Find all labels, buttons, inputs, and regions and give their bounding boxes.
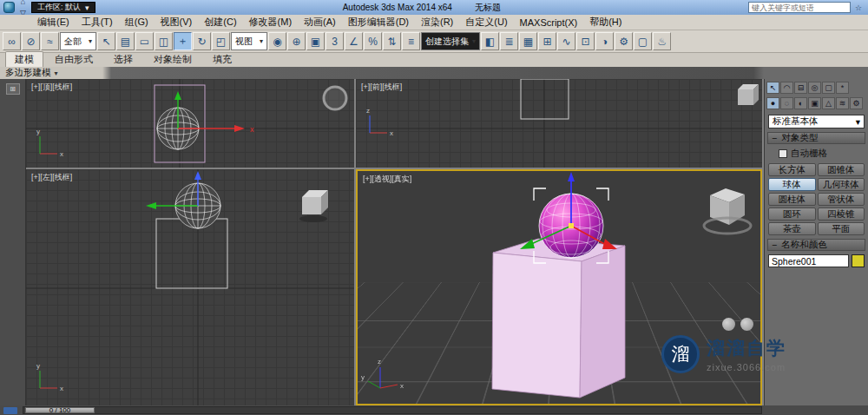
layer-manager-icon[interactable]: ▦ (519, 32, 537, 50)
time-slider-track[interactable]: 0 / 100 (23, 406, 762, 414)
edit-selection-sets-icon[interactable]: ≡ (402, 32, 420, 50)
torus-button[interactable]: 圆环 (768, 208, 816, 221)
schematic-view-icon[interactable]: ⊡ (576, 32, 595, 50)
material-editor-icon[interactable]: ◑ (595, 32, 614, 50)
infocenter-search-input[interactable] (748, 2, 851, 13)
space-warps-category-icon[interactable]: ≋ (836, 97, 849, 109)
menu-item[interactable]: 图形编辑器(D) (342, 15, 415, 30)
render-setup-icon[interactable]: ⚙ (615, 32, 633, 50)
select-by-name-icon[interactable]: ▤ (116, 32, 135, 50)
helpers-category-icon[interactable]: △ (822, 97, 835, 109)
open-file-icon[interactable]: ⌂ (16, 0, 30, 8)
utilities-tab-icon[interactable]: * (836, 82, 849, 94)
menu-item[interactable]: 修改器(M) (243, 15, 299, 30)
geosphere-button[interactable]: 几何球体 (818, 178, 865, 191)
plane-button[interactable]: 平面 (818, 222, 865, 235)
spinner-snap-icon[interactable]: ⇅ (383, 32, 401, 50)
selection-filter-dropdown[interactable]: 全部 (60, 32, 96, 50)
viewport-left[interactable]: [+][左][线框] (26, 169, 354, 405)
select-and-manipulate-icon[interactable]: ⊕ (287, 32, 306, 50)
pyramid-button[interactable]: 四棱锥 (818, 208, 865, 221)
workspace-dropdown[interactable]: 工作区: 默认 ▾ (31, 2, 95, 13)
tab-selection[interactable]: 选择 (104, 51, 142, 67)
keyboard-override-icon[interactable]: ▣ (306, 32, 325, 50)
viewport-label-top[interactable]: [+][顶][线框] (31, 82, 72, 93)
use-pivot-center-icon[interactable]: ◉ (268, 32, 286, 50)
menu-item[interactable]: 自定义(U) (459, 15, 513, 30)
mirror-icon[interactable]: ◧ (481, 32, 499, 50)
select-object-icon[interactable]: ↖ (97, 32, 115, 50)
systems-category-icon[interactable]: ⚙ (850, 97, 863, 109)
ribbon-toggle-icon[interactable]: ⊞ (538, 32, 556, 50)
align-icon[interactable]: ≣ (500, 32, 518, 50)
favorites-star-icon[interactable]: ☆ (852, 2, 865, 13)
menu-item[interactable]: 组(G) (119, 15, 155, 30)
menu-item[interactable]: 视图(V) (155, 15, 199, 30)
window-crossing-icon[interactable]: ◫ (155, 32, 173, 50)
svg-text:y: y (361, 373, 365, 381)
polygon-modeling-panel-tab[interactable]: 多边形建模 (0, 67, 63, 79)
tab-object-paint[interactable]: 对象绘制 (144, 51, 201, 67)
viewport-front[interactable]: [+][前][线框] x z (356, 79, 762, 168)
mini-listener-icon[interactable] (3, 407, 17, 414)
box-button[interactable]: 长方体 (768, 163, 816, 176)
menu-item[interactable]: 帮助(H) (583, 15, 628, 30)
lights-category-icon[interactable]: ◐ (794, 97, 807, 109)
menu-item[interactable]: 渲染(R) (415, 15, 459, 30)
snaps-toggle-icon[interactable]: 3 (326, 32, 344, 50)
viewport-label-front[interactable]: [+][前][线框] (361, 82, 402, 93)
tab-populate[interactable]: 填充 (203, 51, 241, 67)
display-tab-icon[interactable]: ▢ (822, 82, 835, 94)
unlink-selection-icon[interactable]: ⊘ (22, 32, 40, 50)
cone-button[interactable]: 圆锥体 (818, 163, 865, 176)
menu-item[interactable]: 编辑(E) (31, 15, 76, 30)
menu-item[interactable]: 创建(C) (198, 15, 242, 30)
menu-item[interactable]: 动画(A) (298, 15, 342, 30)
tab-freeform[interactable]: 自由形式 (45, 51, 102, 67)
viewcube-icon[interactable] (738, 84, 759, 105)
box-wireframe[interactable] (156, 219, 227, 288)
sphere-button[interactable]: 球体 (768, 178, 816, 191)
cylinder-button[interactable]: 圆柱体 (768, 193, 816, 206)
time-slider-handle[interactable]: 0 / 100 (25, 407, 95, 413)
named-selection-dropdown[interactable]: 创建选择集 (421, 32, 480, 50)
menu-item[interactable]: 工具(T) (76, 15, 119, 30)
percent-snap-icon[interactable]: % (364, 32, 382, 50)
viewport-label-left[interactable]: [+][左][线框] (31, 172, 72, 183)
autogrid-checkbox[interactable] (779, 149, 787, 158)
curve-editor-icon[interactable]: ∿ (557, 32, 575, 50)
select-and-rotate-icon[interactable]: ↻ (193, 32, 211, 50)
bind-to-space-warp-icon[interactable]: ≈ (41, 32, 59, 50)
viewcube-icon[interactable] (704, 188, 751, 234)
create-tab-icon[interactable]: ↖ (766, 82, 779, 94)
geometry-category-icon[interactable]: ● (766, 97, 779, 109)
modify-tab-icon[interactable]: ◠ (780, 82, 793, 94)
viewport-top[interactable]: [+][顶][线框] x (26, 79, 354, 168)
viewport-label-perspective[interactable]: [+][透视][真实] (363, 174, 411, 185)
select-and-scale-icon[interactable]: ◰ (212, 32, 230, 50)
app-logo-icon[interactable] (3, 2, 15, 13)
object-name-field[interactable] (768, 254, 849, 267)
name-color-rollout-header[interactable]: − 名称和颜色 (767, 239, 865, 251)
menu-item[interactable]: MAXScript(X) (514, 15, 584, 30)
viewcube-icon[interactable] (324, 87, 346, 109)
primitive-category-dropdown[interactable]: 标准基本体 ▾ (768, 115, 865, 128)
teapot-button[interactable]: 茶壶 (768, 222, 816, 235)
angle-snap-icon[interactable]: ∠ (345, 32, 363, 50)
rendered-frame-icon[interactable]: ▢ (634, 32, 652, 50)
shapes-category-icon[interactable]: ◌ (780, 97, 793, 109)
render-production-icon[interactable]: ♨ (653, 32, 671, 50)
rectangular-selection-icon[interactable]: ▭ (135, 32, 154, 50)
object-type-rollout-header[interactable]: − 对象类型 (767, 132, 865, 144)
cameras-category-icon[interactable]: ▣ (808, 97, 821, 109)
tube-button[interactable]: 管状体 (818, 193, 865, 206)
viewcube-icon[interactable] (299, 190, 328, 222)
select-and-link-icon[interactable]: ∞ (3, 32, 21, 50)
motion-tab-icon[interactable]: ◎ (808, 82, 821, 94)
select-and-move-icon[interactable]: ＋ (174, 32, 192, 50)
tab-modeling[interactable]: 建模 (5, 51, 43, 67)
ribbon-collapse-icon[interactable]: ⊞ (6, 83, 20, 95)
hierarchy-tab-icon[interactable]: ⊟ (794, 82, 807, 94)
object-color-swatch[interactable] (852, 254, 865, 267)
reference-coordinate-dropdown[interactable]: 视图 (231, 32, 267, 50)
